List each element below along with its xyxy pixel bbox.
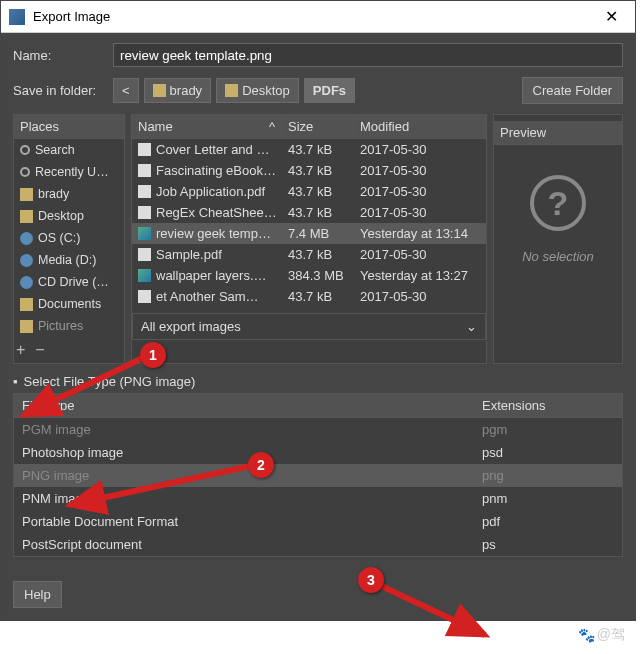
img-icon xyxy=(138,269,151,282)
places-panel: Places SearchRecently U…bradyDesktopOS (… xyxy=(13,114,125,364)
file-type-row[interactable]: PNM imagepnm xyxy=(14,487,622,510)
minus-icon: ▪ xyxy=(13,374,18,389)
disk-icon xyxy=(20,232,33,245)
folder-icon xyxy=(225,84,238,97)
file-icon xyxy=(138,248,151,261)
question-icon: ? xyxy=(530,175,586,231)
ft-header-ext: Extensions xyxy=(474,394,622,417)
remove-place-button[interactable]: − xyxy=(35,341,44,359)
annotation-1: 1 xyxy=(140,342,166,368)
chevron-down-icon: ⌄ xyxy=(466,319,477,334)
file-row[interactable]: et Another Sam…43.7 kB2017-05-30 xyxy=(132,286,486,307)
file-type-row[interactable]: Photoshop imagepsd xyxy=(14,441,622,464)
file-row[interactable]: Fascinating eBook…43.7 kB2017-05-30 xyxy=(132,160,486,181)
name-label: Name: xyxy=(13,48,113,63)
app-icon xyxy=(9,9,25,25)
file-type-table: File Type Extensions PGM imagepgmPhotosh… xyxy=(13,393,623,557)
places-item[interactable]: CD Drive (… xyxy=(14,271,124,293)
breadcrumb-pdfs[interactable]: PDFs xyxy=(304,78,355,103)
save-in-label: Save in folder: xyxy=(13,83,113,98)
close-icon[interactable]: ✕ xyxy=(595,7,627,26)
img-icon xyxy=(138,227,151,240)
breadcrumb-back-button[interactable]: < xyxy=(113,78,139,103)
breadcrumb-brady[interactable]: brady xyxy=(144,78,212,103)
add-place-button[interactable]: + xyxy=(16,341,25,359)
no-selection-text: No selection xyxy=(494,249,622,264)
filename-input[interactable] xyxy=(113,43,623,67)
places-item[interactable]: Pictures xyxy=(14,315,124,337)
select-file-type-toggle[interactable]: ▪ Select File Type (PNG image) xyxy=(13,374,623,389)
preview-panel: Preview ? No selection xyxy=(493,114,623,364)
places-item[interactable]: Recently U… xyxy=(14,161,124,183)
file-row[interactable]: Sample.pdf43.7 kB2017-05-30 xyxy=(132,244,486,265)
file-icon xyxy=(138,143,151,156)
places-item[interactable]: Documents xyxy=(14,293,124,315)
clock-icon xyxy=(20,167,30,177)
create-folder-button[interactable]: Create Folder xyxy=(522,77,623,104)
places-item[interactable]: Desktop xyxy=(14,205,124,227)
file-row[interactable]: Cover Letter and …43.7 kB2017-05-30 xyxy=(132,139,486,160)
disk-icon xyxy=(20,254,33,267)
file-type-row[interactable]: Portable Document Formatpdf xyxy=(14,510,622,533)
col-header-size[interactable]: Size xyxy=(282,115,354,138)
window-title: Export Image xyxy=(33,9,595,24)
folder-icon xyxy=(20,298,33,311)
annotation-2: 2 xyxy=(248,452,274,478)
folder-icon xyxy=(153,84,166,97)
breadcrumb-desktop[interactable]: Desktop xyxy=(216,78,299,103)
file-icon xyxy=(138,164,151,177)
places-item[interactable]: Search xyxy=(14,139,124,161)
file-row[interactable]: RegEx CheatShee…43.7 kB2017-05-30 xyxy=(132,202,486,223)
places-item[interactable]: brady xyxy=(14,183,124,205)
file-row[interactable]: wallpaper layers.…384.3 MBYesterday at 1… xyxy=(132,265,486,286)
file-row[interactable]: Job Application.pdf43.7 kB2017-05-30 xyxy=(132,181,486,202)
disk-icon xyxy=(20,276,33,289)
file-list-panel: Name^ Size Modified Cover Letter and …43… xyxy=(131,114,487,364)
filter-dropdown[interactable]: All export images ⌄ xyxy=(132,313,486,340)
places-item[interactable]: Media (D:) xyxy=(14,249,124,271)
preview-header: Preview xyxy=(494,121,622,145)
annotation-3: 3 xyxy=(358,567,384,593)
search-icon xyxy=(20,145,30,155)
title-bar: Export Image ✕ xyxy=(1,1,635,33)
file-type-row[interactable]: PostScript documentps xyxy=(14,533,622,556)
help-button[interactable]: Help xyxy=(13,581,62,608)
file-type-row[interactable]: PGM imagepgm xyxy=(14,418,622,441)
sort-asc-icon: ^ xyxy=(269,119,275,134)
file-icon xyxy=(138,185,151,198)
places-header: Places xyxy=(14,115,124,139)
file-icon xyxy=(138,290,151,303)
folder-icon xyxy=(20,320,33,333)
folder-icon xyxy=(20,188,33,201)
ft-header-type: File Type xyxy=(14,394,474,417)
watermark: 🐾@驾 xyxy=(578,626,625,644)
file-type-row[interactable]: PNG imagepng xyxy=(14,464,622,487)
col-header-name[interactable]: Name^ xyxy=(132,115,282,138)
col-header-modified[interactable]: Modified xyxy=(354,115,486,138)
file-icon xyxy=(138,206,151,219)
file-row[interactable]: review geek temp…7.4 MBYesterday at 13:1… xyxy=(132,223,486,244)
folder-icon xyxy=(20,210,33,223)
places-item[interactable]: OS (C:) xyxy=(14,227,124,249)
